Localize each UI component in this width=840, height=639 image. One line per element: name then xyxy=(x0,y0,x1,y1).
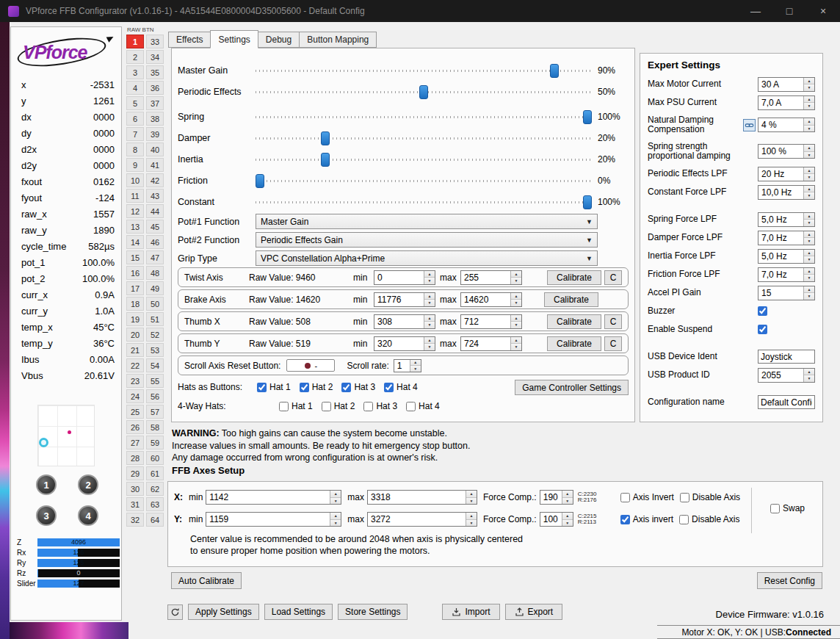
spin-up-icon[interactable]: ▲ xyxy=(330,491,341,498)
force-comp-input[interactable]: 100▲▼ xyxy=(540,512,573,527)
four-way-hat-1-checkbox[interactable] xyxy=(279,402,289,411)
close-button[interactable]: × xyxy=(806,0,840,22)
spin-down-icon[interactable]: ▼ xyxy=(562,498,573,505)
spin-down-icon[interactable]: ▼ xyxy=(511,322,521,328)
spin-down-icon[interactable]: ▼ xyxy=(804,293,814,300)
max-input[interactable]: 712▲▼ xyxy=(460,314,522,329)
spring-force-lpf-input[interactable]: 5,0 Hz▲▼ xyxy=(758,212,815,227)
usb-product-id-input[interactable]: 2055▲▼ xyxy=(758,368,815,383)
four-way-hat-4[interactable]: Hat 4 xyxy=(406,401,440,411)
spin-up-icon[interactable]: ▲ xyxy=(804,78,814,85)
spin-down-icon[interactable]: ▼ xyxy=(804,275,814,281)
friction-force-lpf-input[interactable]: 7,0 Hz▲▼ xyxy=(758,267,815,282)
spin-up-icon[interactable]: ▲ xyxy=(562,513,573,520)
scroll-rate-input[interactable]: 1▲▼ xyxy=(394,359,421,372)
hats-as-buttons-hat-2[interactable]: Hat 2 xyxy=(300,382,333,392)
damper-force-lpf-input[interactable]: 7,0 Hz▲▼ xyxy=(758,231,815,245)
calibrate-c-button[interactable]: C xyxy=(604,336,622,351)
slider-track[interactable] xyxy=(256,152,592,167)
slider-handle[interactable] xyxy=(419,85,428,99)
four-way-hat-3[interactable]: Hat 3 xyxy=(363,401,397,411)
spin-down-icon[interactable]: ▼ xyxy=(804,192,814,199)
spin-down-icon[interactable]: ▼ xyxy=(330,520,341,527)
hats-as-buttons-hat-4[interactable]: Hat 4 xyxy=(384,382,418,392)
configuration-name-input[interactable] xyxy=(758,395,815,409)
spin-up-icon[interactable]: ▲ xyxy=(424,337,435,344)
enable-suspend[interactable] xyxy=(758,325,767,334)
spin-down-icon[interactable]: ▼ xyxy=(804,256,814,263)
max-input[interactable]: 724▲▼ xyxy=(460,336,522,351)
dropdown-pot-2-function[interactable]: Periodic Effects Gain▼ xyxy=(256,232,598,248)
calibrate-button[interactable]: Calibrate xyxy=(547,336,601,351)
slider-handle[interactable] xyxy=(321,131,330,145)
spin-up-icon[interactable]: ▲ xyxy=(804,231,814,239)
spin-up-icon[interactable]: ▲ xyxy=(410,360,421,367)
spin-down-icon[interactable]: ▼ xyxy=(804,375,814,382)
ffb-max-input[interactable]: 3318▲▼ xyxy=(367,490,477,505)
min-input[interactable]: 11776▲▼ xyxy=(374,292,435,307)
max-input[interactable]: 14620▲▼ xyxy=(460,292,522,307)
spin-down-icon[interactable]: ▼ xyxy=(804,174,814,181)
spin-up-icon[interactable]: ▲ xyxy=(511,293,521,300)
hats-as-buttons-hat-1[interactable]: Hat 1 xyxy=(257,382,291,392)
spin-down-icon[interactable]: ▼ xyxy=(424,300,435,306)
spin-down-icon[interactable]: ▼ xyxy=(511,278,521,284)
max-psu-current-input[interactable]: 7,0 A▲▼ xyxy=(758,95,815,110)
slider-track[interactable] xyxy=(256,195,592,209)
minimize-button[interactable]: — xyxy=(739,0,772,22)
slider-track[interactable] xyxy=(256,84,592,99)
spring-strength-proportional-damping-input[interactable]: 100 %▲▼ xyxy=(758,144,815,159)
accel-pi-gain-input[interactable]: 15▲▼ xyxy=(758,286,815,300)
spin-up-icon[interactable]: ▲ xyxy=(804,286,814,294)
swap-checkbox[interactable] xyxy=(770,504,780,513)
spin-up-icon[interactable]: ▲ xyxy=(466,491,477,498)
axis-invert[interactable]: Axis invert xyxy=(620,514,673,524)
spin-down-icon[interactable]: ▼ xyxy=(511,344,521,350)
min-input[interactable]: 0▲▼ xyxy=(374,270,435,285)
spin-down-icon[interactable]: ▼ xyxy=(804,84,814,91)
hats-as-buttons-hat-2-checkbox[interactable] xyxy=(300,383,309,392)
spin-up-icon[interactable]: ▲ xyxy=(804,96,814,104)
tab-button-mapping[interactable]: Button Mapping xyxy=(299,32,377,48)
axis-invert[interactable]: Axis Invert xyxy=(620,492,674,502)
min-input[interactable]: 320▲▼ xyxy=(374,336,435,351)
scroll-reset-button[interactable]: - xyxy=(286,359,335,372)
tab-settings[interactable]: Settings xyxy=(210,30,258,48)
spin-up-icon[interactable]: ▲ xyxy=(424,271,435,278)
spin-down-icon[interactable]: ▼ xyxy=(410,366,421,372)
spin-down-icon[interactable]: ▼ xyxy=(424,344,435,350)
axis-invert-checkbox[interactable] xyxy=(620,515,630,524)
disable-axis-checkbox[interactable] xyxy=(680,493,689,502)
reset-config-button[interactable]: Reset Config xyxy=(757,572,822,589)
hats-as-buttons-hat-4-checkbox[interactable] xyxy=(384,383,394,392)
spin-up-icon[interactable]: ▲ xyxy=(330,513,341,520)
natural-damping-compensation-input[interactable]: 4 %▲▼ xyxy=(758,118,815,132)
min-input[interactable]: 308▲▼ xyxy=(374,314,435,329)
spin-up-icon[interactable]: ▲ xyxy=(511,315,521,322)
tab-effects[interactable]: Effects xyxy=(168,32,211,48)
dropdown-grip-type[interactable]: VPC Constellation Alpha+Prime▼ xyxy=(256,250,598,266)
slider-track[interactable] xyxy=(256,63,592,78)
slider-track[interactable] xyxy=(256,131,592,145)
spin-up-icon[interactable]: ▲ xyxy=(424,315,435,322)
four-way-hat-3-checkbox[interactable] xyxy=(363,402,373,411)
ffb-min-input[interactable]: 1159▲▼ xyxy=(206,512,341,527)
store-settings-button[interactable]: Store Settings xyxy=(338,604,408,620)
spin-down-icon[interactable]: ▼ xyxy=(804,103,814,109)
four-way-hat-2[interactable]: Hat 2 xyxy=(322,401,355,411)
disable-axis[interactable]: Disable Axis xyxy=(680,492,740,502)
auto-calibrate-button[interactable]: Auto Calibrate xyxy=(171,572,242,589)
usb-device-ident-input[interactable] xyxy=(758,350,815,364)
buzzer[interactable] xyxy=(758,306,767,316)
hats-as-buttons-hat-1-checkbox[interactable] xyxy=(257,383,267,392)
ffb-min-input[interactable]: 1142▲▼ xyxy=(206,490,341,505)
calibrate-c-button[interactable]: C xyxy=(604,270,622,285)
swap-checkbox-row[interactable]: Swap xyxy=(770,503,805,513)
slider-handle[interactable] xyxy=(583,195,592,209)
disable-axis-checkbox[interactable] xyxy=(679,515,689,524)
slider-handle[interactable] xyxy=(550,64,559,78)
calibrate-button[interactable]: Calibrate xyxy=(547,314,601,329)
spin-down-icon[interactable]: ▼ xyxy=(466,498,477,505)
spin-down-icon[interactable]: ▼ xyxy=(562,520,573,527)
tab-debug[interactable]: Debug xyxy=(258,32,300,48)
